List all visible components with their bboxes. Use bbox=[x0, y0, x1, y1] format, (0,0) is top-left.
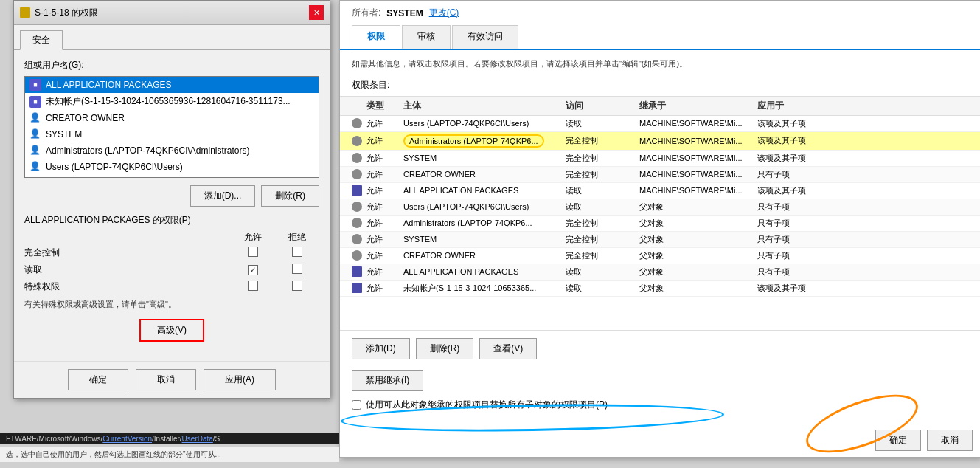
user-name: 未知帐户(S-1-15-3-1024-1065365936-1281604716… bbox=[46, 95, 291, 108]
row-access: 完全控制 bbox=[566, 169, 639, 180]
apply-button[interactable]: 应用(A) bbox=[204, 369, 276, 390]
replace-label: 使用可从此对象继承的权限项目替换所有子对象的权限项目(P) bbox=[366, 399, 608, 411]
dialog-tabs: 安全 bbox=[14, 25, 330, 50]
row-icon bbox=[352, 266, 366, 277]
row-applies: 该项及其子项 bbox=[757, 283, 875, 294]
tab-security[interactable]: 安全 bbox=[20, 30, 63, 50]
fullcontrol-allow-check[interactable] bbox=[248, 247, 258, 257]
col-inherit: 继承于 bbox=[639, 100, 757, 112]
row-principal: Administrators (LAPTOP-74QKP6... bbox=[403, 218, 566, 227]
fullcontrol-deny-check[interactable] bbox=[292, 247, 302, 257]
path-text: FTWARE/Microsoft/Windows/CurrentVersion/… bbox=[6, 435, 220, 443]
row-applies: 该项及其子项 bbox=[757, 135, 875, 146]
table-row[interactable]: 允许 ALL APPLICATION PACKAGES 读取 MACHINE\S… bbox=[340, 183, 980, 199]
row-icon bbox=[352, 136, 366, 146]
row-inherit: MACHINE\SOFTWARE\Mi... bbox=[639, 154, 757, 162]
list-item[interactable]: ■ 未知帐户(S-1-15-3-1024-1065365936-12816047… bbox=[25, 93, 319, 110]
table-row[interactable]: 允许 Users (LAPTOP-74QKP6CI\Users) 读取 父对象 … bbox=[340, 199, 980, 216]
remove-button[interactable]: 删除(R) bbox=[261, 185, 319, 207]
view-perm-button[interactable]: 查看(V) bbox=[479, 338, 537, 359]
table-row[interactable]: 允许 Administrators (LAPTOP-74QKP6... 完全控制… bbox=[340, 216, 980, 232]
table-row[interactable]: 允许 SYSTEM 完全控制 MACHINE\SOFTWARE\Mi... 该项… bbox=[340, 151, 980, 167]
cancel-button[interactable]: 取消 bbox=[136, 369, 196, 390]
row-principal: SYSTEM bbox=[403, 235, 566, 244]
bottom-desc-text: 选，选中自己使用的用户，然后勾选上图画红线的部分"使用可从... bbox=[6, 450, 221, 458]
col-principal: 主体 bbox=[403, 100, 566, 112]
row-principal: ALL APPLICATION PACKAGES bbox=[403, 267, 566, 276]
list-item[interactable]: 👤 Users (LAPTOP-74QKP6CI\Users) bbox=[25, 159, 319, 175]
row-icon bbox=[352, 185, 366, 196]
row-applies: 该项及其子项 bbox=[757, 153, 875, 164]
row-inherit: 父对象 bbox=[639, 234, 757, 245]
tab-audit[interactable]: 审核 bbox=[402, 25, 451, 49]
list-item[interactable]: 👤 CREATOR OWNER bbox=[25, 110, 319, 126]
perm-row-full: 完全控制 bbox=[24, 247, 319, 259]
tab-effective-access[interactable]: 有效访问 bbox=[452, 25, 518, 49]
row-access: 读取 bbox=[566, 118, 639, 129]
perm-section-title: ALL APPLICATION PACKAGES 的权限(P) bbox=[24, 214, 319, 227]
list-item[interactable]: 👤 SYSTEM bbox=[25, 126, 319, 142]
table-row[interactable]: 允许 Administrators (LAPTOP-74QKP6... 完全控制… bbox=[340, 132, 980, 151]
ok-button[interactable]: 确定 bbox=[68, 369, 128, 390]
table-row[interactable]: 允许 未知帐户(S-1-15-3-1024-10653365... 读取 父对象… bbox=[340, 281, 980, 297]
row-icon bbox=[352, 218, 366, 228]
row-icon bbox=[352, 250, 366, 261]
person-icon: 👤 bbox=[29, 128, 41, 140]
row-inherit: 父对象 bbox=[639, 218, 757, 229]
table-row[interactable]: 允许 CREATOR OWNER 完全控制 父对象 只有子项 bbox=[340, 248, 980, 264]
row-inherit: MACHINE\SOFTWARE\Mi... bbox=[639, 137, 757, 145]
disable-inherit-row: 禁用继承(I) bbox=[340, 367, 980, 394]
row-inherit: MACHINE\SOFTWARE\Mi... bbox=[639, 119, 757, 128]
read-deny-check[interactable] bbox=[292, 264, 302, 274]
row-principal: Users (LAPTOP-74QKP6CI\Users) bbox=[403, 202, 566, 211]
table-row[interactable]: 允许 ALL APPLICATION PACKAGES 读取 父对象 只有子项 bbox=[340, 264, 980, 281]
advanced-button[interactable]: 高级(V) bbox=[139, 319, 204, 342]
row-type: 允许 bbox=[366, 118, 403, 129]
row-inherit: MACHINE\SOFTWARE\Mi... bbox=[639, 170, 757, 179]
table-row[interactable]: 允许 CREATOR OWNER 完全控制 MACHINE\SOFTWARE\M… bbox=[340, 167, 980, 183]
row-inherit: 父对象 bbox=[639, 283, 757, 294]
panel-tabs: 权限 审核 有效访问 bbox=[340, 25, 980, 50]
pkg-icon: ■ bbox=[29, 79, 41, 91]
col-applies: 应用于 bbox=[757, 100, 875, 112]
row-access: 读取 bbox=[566, 202, 639, 213]
table-row[interactable]: 允许 Users (LAPTOP-74QKP6CI\Users) 读取 MACH… bbox=[340, 116, 980, 132]
special-allow-check[interactable] bbox=[248, 281, 258, 291]
col-type: 类型 bbox=[366, 100, 403, 112]
panel-cancel-button[interactable]: 取消 bbox=[927, 430, 973, 451]
row-access: 读取 bbox=[566, 283, 639, 294]
disable-inherit-button[interactable]: 禁用继承(I) bbox=[352, 370, 423, 391]
permissions-section: ALL APPLICATION PACKAGES 的权限(P) 允许 拒绝 完全… bbox=[24, 214, 319, 293]
right-panel: 所有者: SYSTEM 更改(C) 权限 审核 有效访问 如需其他信息，请双击权… bbox=[339, 0, 980, 458]
row-icon bbox=[352, 283, 366, 293]
allow-header: 允许 bbox=[231, 231, 275, 244]
close-button[interactable]: ✕ bbox=[309, 5, 324, 20]
add-button[interactable]: 添加(D)... bbox=[190, 185, 256, 207]
perm-row-read: 读取 bbox=[24, 264, 319, 276]
remove-perm-button[interactable]: 删除(R) bbox=[416, 338, 474, 359]
row-access: 完全控制 bbox=[566, 250, 639, 261]
row-access: 完全控制 bbox=[566, 135, 639, 146]
user-name: Users (LAPTOP-74QKP6CI\Users) bbox=[46, 162, 183, 172]
owner-change-link[interactable]: 更改(C) bbox=[429, 7, 459, 19]
table-row[interactable]: 允许 SYSTEM 完全控制 父对象 只有子项 bbox=[340, 232, 980, 248]
panel-bottom-buttons: 添加(D) 删除(R) 查看(V) bbox=[340, 330, 980, 367]
row-applies: 只有子项 bbox=[757, 218, 875, 229]
dialog-title: S-1-5-18 的权限 bbox=[35, 7, 98, 19]
advanced-hint: 有关特殊权限或高级设置，请单击"高级"。 bbox=[24, 299, 319, 310]
tab-permissions[interactable]: 权限 bbox=[352, 25, 400, 49]
list-item[interactable]: 👤 Administrators (LAPTOP-74QKP6CI\Admini… bbox=[25, 142, 319, 159]
replace-checkbox[interactable] bbox=[352, 400, 361, 410]
deny-header: 拒绝 bbox=[275, 231, 319, 244]
special-deny-check[interactable] bbox=[292, 281, 302, 291]
list-item[interactable]: ■ ALL APPLICATION PACKAGES bbox=[25, 77, 319, 93]
row-inherit: 父对象 bbox=[639, 250, 757, 261]
row-inherit: 父对象 bbox=[639, 202, 757, 213]
row-applies: 该项及其子项 bbox=[757, 118, 875, 129]
perm-list-body: 允许 Users (LAPTOP-74QKP6CI\Users) 读取 MACH… bbox=[340, 116, 980, 330]
read-allow-check[interactable] bbox=[248, 265, 258, 275]
row-type: 允许 bbox=[366, 202, 403, 213]
panel-ok-button[interactable]: 确定 bbox=[875, 430, 921, 451]
row-inherit: 父对象 bbox=[639, 266, 757, 278]
add-perm-button[interactable]: 添加(D) bbox=[352, 338, 410, 359]
